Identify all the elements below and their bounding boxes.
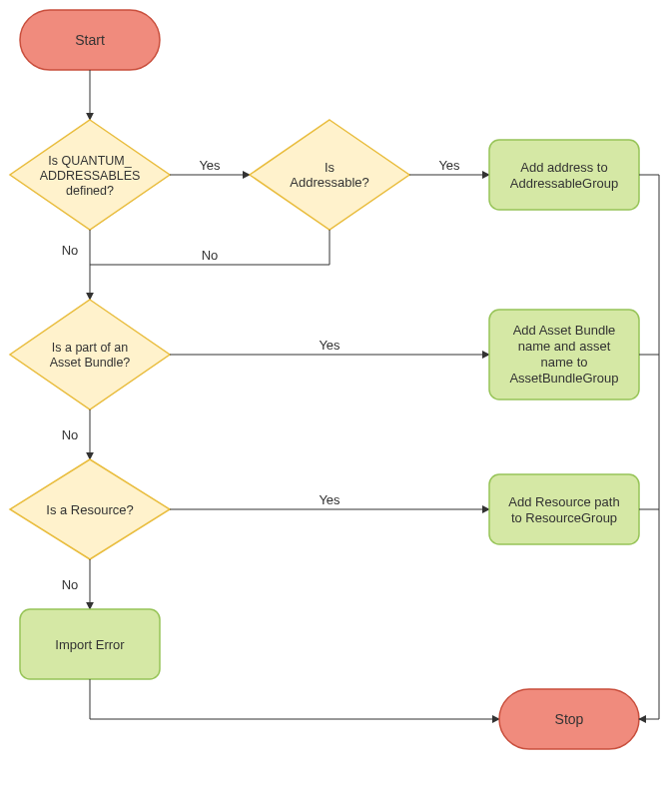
import-error-process: Import Error <box>20 609 160 679</box>
quantum-defined-decision: Is QUANTUM_ ADDRESSABLES defined? <box>10 120 170 230</box>
label-quantum-no: No <box>62 243 79 258</box>
start-label: Start <box>75 32 105 48</box>
add-resource-process: Add Resource path to ResourceGroup <box>489 474 639 544</box>
add-addr-line1: Add address to <box>520 160 607 175</box>
is-resource-decision: Is a Resource? <box>10 459 170 559</box>
label-res-yes: Yes <box>319 492 340 507</box>
addr-line1: Is <box>325 160 336 175</box>
quantum-line2: ADDRESSABLES <box>40 169 141 183</box>
import-error-label: Import Error <box>55 637 125 652</box>
add-ab-line4: AssetBundleGroup <box>509 371 618 386</box>
edge-addaddr-stop <box>639 175 659 719</box>
addr-line2: Addressable? <box>290 175 369 190</box>
add-ab-line1: Add Asset Bundle <box>513 323 616 338</box>
add-res-line1: Add Resource path <box>508 494 619 509</box>
stop-label: Stop <box>555 711 584 727</box>
add-ab-line2: name and asset <box>518 339 611 354</box>
add-addr-line2: AddressableGroup <box>510 176 618 191</box>
label-ab-yes: Yes <box>319 338 340 353</box>
svg-rect-7 <box>489 474 639 544</box>
asset-bundle-decision: Is a part of an Asset Bundle? <box>10 300 170 409</box>
add-addressable-process: Add address to AddressableGroup <box>489 140 639 210</box>
flowchart: Start Is QUANTUM_ ADDRESSABLES defined? … <box>0 0 672 794</box>
ab-line2: Asset Bundle? <box>50 356 131 370</box>
label-quantum-yes: Yes <box>199 158 221 173</box>
quantum-line1: Is QUANTUM_ <box>48 154 132 168</box>
is-addressable-decision: Is Addressable? <box>250 120 409 230</box>
edge-imperr-stop <box>90 679 499 719</box>
stop-node: Stop <box>499 689 639 749</box>
label-ab-no: No <box>62 427 79 442</box>
add-res-line2: to ResourceGroup <box>511 510 617 525</box>
add-bundle-process: Add Asset Bundle name and asset name to … <box>489 310 639 399</box>
start-node: Start <box>20 10 160 70</box>
svg-rect-3 <box>489 140 639 210</box>
label-addr-yes: Yes <box>438 158 460 173</box>
label-res-no: No <box>62 577 79 592</box>
ab-line1: Is a part of an <box>52 341 128 355</box>
res-line1: Is a Resource? <box>46 502 133 517</box>
quantum-line3: defined? <box>66 184 114 198</box>
add-ab-line3: name to <box>541 355 588 370</box>
label-addr-no: No <box>202 248 219 263</box>
svg-marker-4 <box>10 300 170 409</box>
